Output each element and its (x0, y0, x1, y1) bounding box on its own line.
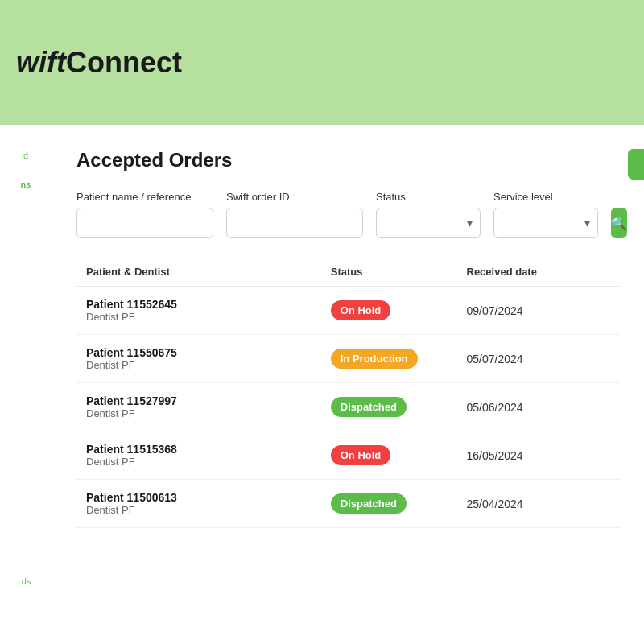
app-wrapper: wiftConnect d ns ds Accepted Orders Pati… (0, 0, 644, 644)
date-cell: 16/05/2024 (457, 431, 621, 480)
logo-connect: Connect (66, 46, 182, 79)
logo-swift: wift (16, 46, 66, 79)
patient-name: Patient 11550675 (86, 346, 312, 359)
table-row[interactable]: Patient 11515368 Dentist PF On Hold 16/0… (76, 431, 620, 480)
dentist-name: Dentist PF (86, 407, 312, 419)
col-patient-dentist: Patient & Dentist (76, 258, 321, 287)
status-badge: Dispatched (331, 397, 407, 417)
status-cell: On Hold (321, 431, 457, 480)
status-badge: On Hold (331, 445, 391, 465)
table-row[interactable]: Patient 11500613 Dentist PF Dispatched 2… (76, 480, 620, 528)
search-button[interactable]: 🔍 (611, 208, 627, 238)
date-cell: 25/04/2024 (457, 480, 621, 528)
header: wiftConnect (0, 0, 644, 125)
table-row[interactable]: Patient 11552645 Dentist PF On Hold 09/0… (76, 287, 620, 335)
filter-group-order-id: Swift order ID (226, 191, 363, 238)
status-select[interactable]: On Hold In Production Dispatched (376, 208, 481, 238)
layout: d ns ds Accepted Orders Patient name / r… (0, 125, 644, 644)
dentist-name: Dentist PF (86, 456, 312, 468)
patient-cell: Patient 11552645 Dentist PF (76, 287, 321, 335)
received-date: 16/05/2024 (467, 449, 523, 462)
patient-cell: Patient 11500613 Dentist PF (76, 480, 321, 528)
patient-search-input[interactable] (76, 208, 213, 238)
status-cell: Dispatched (321, 383, 457, 431)
patient-cell: Patient 11515368 Dentist PF (76, 431, 321, 480)
received-date: 05/07/2024 (467, 353, 523, 365)
filter-group-status: Status On Hold In Production Dispatched (376, 191, 481, 238)
table-body: Patient 11552645 Dentist PF On Hold 09/0… (76, 287, 620, 528)
received-date: 25/04/2024 (467, 497, 523, 510)
main-content: Accepted Orders Patient name / reference… (52, 125, 644, 644)
service-level-filter-label: Service level (493, 191, 598, 203)
sidebar: d ns ds (0, 125, 52, 644)
date-cell: 05/07/2024 (457, 335, 621, 383)
service-level-select-wrapper (493, 208, 598, 238)
filter-group-service-level: Service level (493, 191, 598, 238)
status-badge: Dispatched (331, 493, 407, 514)
sidebar-item-ns[interactable]: ns (0, 170, 52, 199)
top-right-button[interactable] (628, 149, 644, 180)
col-status: Status (321, 258, 457, 287)
sidebar-item-ds[interactable]: ds (0, 567, 52, 596)
logo: wiftConnect (16, 46, 182, 80)
status-cell: Dispatched (321, 480, 457, 528)
page-title: Accepted Orders (76, 149, 620, 171)
sidebar-item-d[interactable]: d (0, 141, 52, 170)
received-date: 05/06/2024 (467, 401, 523, 414)
orders-table: Patient & Dentist Status Received date P… (76, 258, 620, 528)
status-cell: On Hold (321, 287, 457, 335)
patient-cell: Patient 11527997 Dentist PF (76, 383, 321, 431)
table-row[interactable]: Patient 11550675 Dentist PF In Productio… (76, 335, 620, 383)
dentist-name: Dentist PF (86, 359, 312, 371)
status-cell: In Production (321, 335, 457, 383)
date-cell: 09/07/2024 (457, 287, 621, 335)
table-header-row: Patient & Dentist Status Received date (76, 258, 620, 287)
col-received-date: Received date (457, 258, 621, 287)
order-id-filter-label: Swift order ID (226, 191, 363, 203)
filter-group-patient: Patient name / reference (76, 191, 213, 238)
status-filter-label: Status (376, 191, 481, 203)
table-row[interactable]: Patient 11527997 Dentist PF Dispatched 0… (76, 383, 620, 431)
patient-name: Patient 11527997 (86, 394, 312, 407)
received-date: 09/07/2024 (467, 304, 523, 317)
patient-filter-label: Patient name / reference (76, 191, 213, 203)
patient-cell: Patient 11550675 Dentist PF (76, 335, 321, 383)
status-badge: In Production (331, 349, 418, 369)
patient-name: Patient 11552645 (86, 298, 312, 311)
patient-name: Patient 11515368 (86, 443, 312, 456)
search-icon: 🔍 (611, 216, 627, 231)
date-cell: 05/06/2024 (457, 383, 621, 431)
status-select-wrapper: On Hold In Production Dispatched (376, 208, 481, 238)
service-level-select[interactable] (493, 208, 598, 238)
dentist-name: Dentist PF (86, 504, 312, 516)
patient-name: Patient 11500613 (86, 491, 312, 504)
filter-bar: Patient name / reference Swift order ID … (76, 191, 620, 238)
status-badge: On Hold (331, 300, 391, 320)
order-id-search-input[interactable] (226, 208, 363, 238)
dentist-name: Dentist PF (86, 311, 312, 323)
table-header: Patient & Dentist Status Received date (76, 258, 620, 287)
